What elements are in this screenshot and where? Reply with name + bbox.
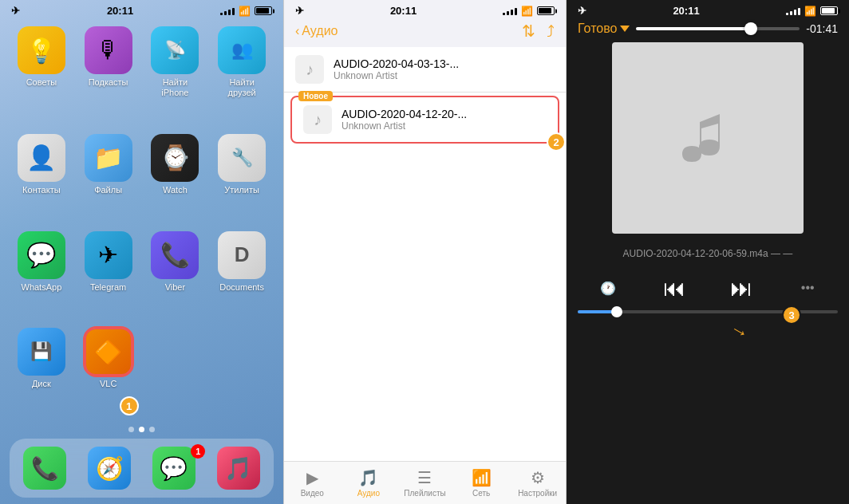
- sb3: [794, 10, 796, 15]
- app-disk[interactable]: 💾 Диск: [14, 328, 69, 412]
- app-contacts[interactable]: 👤 Контакты: [14, 134, 69, 219]
- next-button[interactable]: ⏭: [727, 274, 756, 302]
- prev-button[interactable]: ⏮: [660, 274, 689, 302]
- app-grid: 💡 Советы 🎙 Подкасты 📡 Найти iPhone 👥 Най…: [0, 18, 283, 420]
- battery-fill-3: [822, 8, 835, 14]
- audio-info-2: AUDIO-2020-04-12-20-... Unknown Artist: [342, 108, 547, 132]
- back-button[interactable]: ‹ Аудио: [295, 24, 338, 38]
- watch-icon: ⌚: [151, 134, 199, 182]
- tab-bar-2: ▶ Видео 🎵 Аудио ☰ Плейлисты 📶 Сеть ⚙ Нас…: [284, 461, 566, 504]
- network-tab-icon: 📶: [472, 468, 492, 487]
- tab-network[interactable]: 📶 Сеть: [453, 465, 510, 501]
- app-utils[interactable]: 🔧 Утилиты: [215, 134, 269, 219]
- audio-tab-icon: 🎵: [358, 468, 378, 487]
- audio-item-2[interactable]: Новое ♪ AUDIO-2020-04-12-20-... Unknown …: [290, 96, 559, 144]
- settings-tab-label: Настройки: [518, 489, 557, 498]
- audio-tab-label: Аудио: [357, 489, 380, 498]
- app-podcasts[interactable]: 🎙 Подкасты: [81, 26, 136, 121]
- contacts-label: Контакты: [22, 185, 61, 195]
- podcasts-icon: 🎙: [85, 26, 132, 74]
- viber-label: Viber: [165, 282, 185, 293]
- viber-icon: 📞: [151, 231, 199, 279]
- top-bar-3: Готово -01:41: [567, 20, 849, 42]
- nav-bar-2: ‹ Аудио ⇅ ⤴: [284, 18, 566, 47]
- contacts-icon: 👤: [18, 134, 65, 182]
- step1-badge: 1: [120, 396, 139, 415]
- audio-note-icon-2: ♪: [303, 105, 332, 134]
- audio-item-1[interactable]: ♪ AUDIO-2020-04-03-13-... Unknown Artist: [284, 47, 566, 93]
- progress-thumb[interactable]: [611, 306, 622, 317]
- disk-icon: 💾: [18, 328, 65, 376]
- filename-label: AUDIO-2020-04-12-20-06-59.m4a — —: [578, 248, 838, 259]
- app-findphone[interactable]: 📡 Найти iPhone: [148, 26, 203, 121]
- video-tab-icon: ▶: [306, 468, 318, 487]
- app-documents[interactable]: D Documents: [215, 231, 269, 316]
- video-tab-label: Видео: [301, 489, 324, 498]
- tab-audio[interactable]: 🎵 Аудио: [341, 465, 397, 501]
- status-indicators-2: 📶: [503, 6, 555, 17]
- signal-bar-2: [224, 11, 227, 15]
- sort-icon[interactable]: ⇅: [522, 22, 535, 41]
- playback-controls: 🕐 ⏮ ⏭ •••: [567, 264, 849, 307]
- volume-track: [636, 27, 800, 30]
- progress-area: → 3: [567, 307, 849, 320]
- tab-video[interactable]: ▶ Видео: [284, 465, 341, 501]
- share-icon[interactable]: ⤴: [547, 22, 555, 41]
- app-viber[interactable]: 📞 Viber: [148, 231, 203, 316]
- status-bar-1: ✈ 20:11 📶: [0, 0, 283, 18]
- music-note-svg: [676, 106, 740, 170]
- volume-thumb[interactable]: [744, 22, 757, 35]
- safari-dock-icon: 🧭: [88, 447, 131, 490]
- tab-settings[interactable]: ⚙ Настройки: [509, 465, 566, 501]
- status-indicators-3: 📶: [786, 6, 838, 17]
- vlc-label: VLC: [100, 379, 116, 389]
- app-telegram[interactable]: ✈ Telegram: [81, 231, 136, 316]
- app-watch[interactable]: ⌚ Watch: [148, 134, 203, 219]
- battery-icon-2: [537, 6, 555, 15]
- nav-actions: ⇅ ⤴: [522, 22, 555, 41]
- done-button[interactable]: Готово: [578, 22, 630, 36]
- history-button[interactable]: 🕐: [594, 274, 622, 302]
- dock: 📞 🧭 💬 1 🎵: [10, 439, 274, 498]
- battery-fill-1: [256, 8, 269, 14]
- dock-music[interactable]: 🎵: [209, 447, 267, 490]
- dot-2: [139, 427, 144, 432]
- playlists-tab-label: Плейлисты: [404, 489, 445, 498]
- sb2: [790, 11, 792, 15]
- dot-3: [149, 427, 155, 432]
- dock-phone[interactable]: 📞: [16, 447, 74, 490]
- battery-icon-1: [255, 6, 272, 15]
- wifi-icon-3: 📶: [804, 6, 816, 17]
- dock-safari[interactable]: 🧭: [81, 447, 139, 490]
- playlists-tab-icon: ☰: [417, 468, 432, 487]
- vlc-highlight: [83, 326, 134, 377]
- signal-bar-3: [228, 10, 231, 15]
- telegram-icon: ✈: [85, 231, 132, 279]
- volume-slider[interactable]: [636, 27, 800, 30]
- utils-icon: 🔧: [218, 134, 266, 182]
- filename-area: AUDIO-2020-04-12-20-06-59.m4a — —: [567, 243, 849, 264]
- panel-now-playing: ✈ 20:11 📶 Готово -01:41: [567, 0, 849, 504]
- empty-slot-2: [215, 328, 269, 412]
- app-findpeople[interactable]: 👥 Найти друзей: [215, 26, 269, 121]
- done-label: Готово: [578, 22, 617, 36]
- wifi-icon-1: 📶: [239, 6, 251, 17]
- tab-playlists[interactable]: ☰ Плейлисты: [397, 465, 453, 501]
- dock-messages[interactable]: 💬 1: [145, 447, 203, 490]
- more-button[interactable]: •••: [793, 274, 822, 302]
- app-whatsapp[interactable]: 💬 WhatsApp: [14, 231, 69, 316]
- files-label: Файлы: [94, 185, 122, 195]
- s3: [511, 10, 513, 15]
- battery-fill-2: [539, 8, 551, 14]
- app-tips[interactable]: 💡 Советы: [14, 26, 69, 121]
- status-bar-2: ✈ 20:11 📶: [284, 0, 566, 18]
- audio-artist-1: Unknown Artist: [334, 70, 555, 81]
- messages-dock-icon: 💬: [152, 447, 195, 490]
- app-vlc[interactable]: 🔶 VLC 1: [81, 328, 136, 412]
- findphone-icon: 📡: [151, 26, 199, 74]
- utils-label: Утилиты: [224, 185, 259, 195]
- app-files[interactable]: 📁 Файлы: [81, 134, 136, 219]
- status-indicators-1: 📶: [220, 6, 272, 17]
- sb4: [798, 8, 800, 15]
- status-time-2: 20:11: [390, 5, 417, 17]
